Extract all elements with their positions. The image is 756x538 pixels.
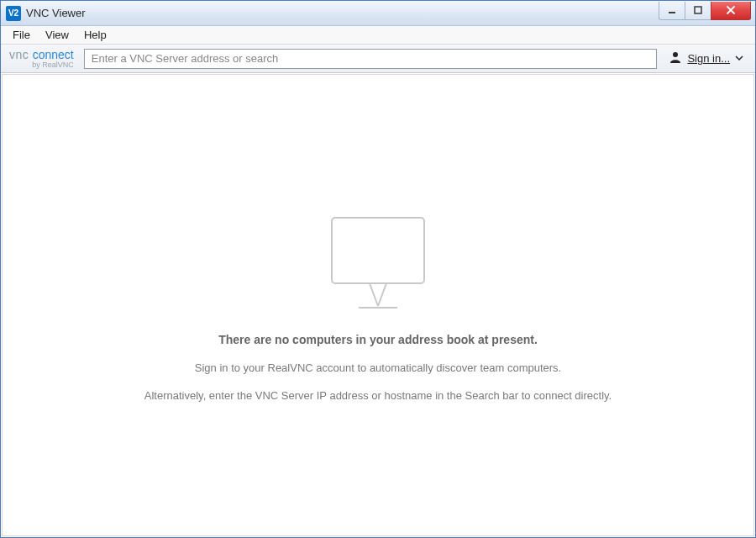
maximize-button[interactable] <box>685 2 711 20</box>
empty-heading: There are no computers in your address b… <box>218 333 538 346</box>
menubar: File View Help <box>1 26 755 45</box>
menu-view[interactable]: View <box>39 27 76 43</box>
menu-help[interactable]: Help <box>77 27 113 43</box>
logo-vnc-word: vnc <box>9 48 29 61</box>
menu-file[interactable]: File <box>6 27 37 43</box>
svg-rect-1 <box>695 7 701 13</box>
minimize-button[interactable] <box>659 2 685 20</box>
signin-label: Sign in... <box>687 52 730 65</box>
chevron-down-icon <box>735 52 743 65</box>
svg-rect-3 <box>332 218 424 283</box>
monitor-icon <box>323 214 433 314</box>
app-icon: V2 <box>6 6 21 21</box>
window-title: VNC Viewer <box>26 7 659 19</box>
svg-rect-0 <box>669 12 675 13</box>
window-controls <box>659 2 755 20</box>
toolbar: vnc connect by RealVNC Sign in... <box>1 45 755 73</box>
titlebar[interactable]: V2 VNC Viewer <box>1 1 755 26</box>
vnc-connect-logo: vnc connect by RealVNC <box>9 49 74 69</box>
empty-line-1: Sign in to your RealVNC account to autom… <box>195 361 561 374</box>
logo-byline: by RealVNC <box>9 61 74 69</box>
close-button[interactable] <box>711 2 751 20</box>
logo-connect-word: connect <box>33 48 74 61</box>
svg-point-2 <box>673 52 678 57</box>
content-area: There are no computers in your address b… <box>2 74 754 536</box>
window-frame: V2 VNC Viewer File View Help vnc connect… <box>0 0 756 538</box>
signin-button[interactable]: Sign in... <box>665 50 747 66</box>
search-input[interactable] <box>84 49 658 69</box>
user-icon <box>669 50 682 66</box>
empty-state: There are no computers in your address b… <box>3 214 753 417</box>
empty-line-2: Alternatively, enter the VNC Server IP a… <box>144 389 612 402</box>
